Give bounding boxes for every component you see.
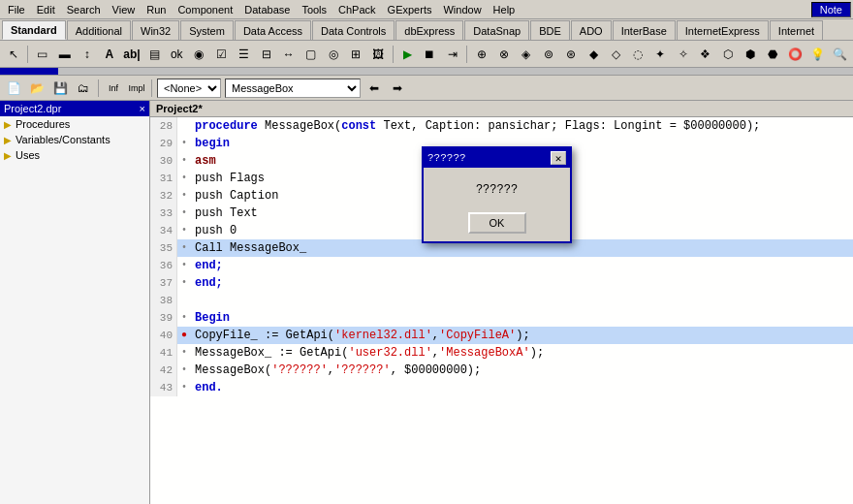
radio-btn[interactable]: ◉	[189, 44, 209, 65]
toolbar-tabs: Standard Additional Win32 System Data Ac…	[0, 19, 853, 41]
menu-help[interactable]: Help	[488, 3, 521, 16]
text-btn[interactable]: A	[99, 44, 119, 65]
menu-window[interactable]: Window	[437, 3, 487, 16]
menu-edit[interactable]: Edit	[31, 3, 61, 16]
close-left-btn[interactable]: ×	[140, 103, 145, 114]
tab-ado[interactable]: ADO	[571, 20, 612, 40]
code-header: Project2*	[150, 101, 853, 117]
tree-variables[interactable]: ▶ Variables/Constants	[0, 132, 149, 147]
dialog-close-btn[interactable]: ✕	[551, 151, 566, 165]
list-btn[interactable]: ☰	[234, 44, 254, 65]
scrollbar-btn[interactable]: ↔	[278, 44, 299, 65]
left-panel: Project2.dpr × ▶ Procedures ▶ Variables/…	[0, 101, 150, 504]
save-btn[interactable]: 💾	[49, 78, 71, 99]
project-title: Project2.dpr	[4, 103, 61, 114]
extra16-btn[interactable]: 💡	[807, 44, 828, 65]
extra11-btn[interactable]: ❖	[695, 44, 715, 65]
cursor-btn[interactable]: ↕	[77, 44, 97, 65]
menu-tools[interactable]: Tools	[296, 3, 332, 16]
extra4-btn[interactable]: ⊚	[538, 44, 558, 65]
stop-btn[interactable]: ⏹	[420, 44, 440, 65]
menubar: File Edit Search View Run Component Data…	[0, 0, 853, 19]
tab-data-access[interactable]: Data Access	[235, 20, 311, 40]
combo-btn[interactable]: ⊟	[256, 44, 276, 65]
folder-icon: ▶	[4, 119, 12, 130]
new-btn[interactable]: 📄	[3, 78, 24, 99]
main-area: Project2.dpr × ▶ Procedures ▶ Variables/…	[0, 101, 853, 504]
extra14-btn[interactable]: ⬣	[762, 44, 782, 65]
extra17-btn[interactable]: 🔍	[830, 44, 850, 65]
secondary-toolbar: 📄 📂 💾 🗂 Inf Impl <None> MessageBox ⬅ ➡	[0, 76, 853, 101]
tree-procedures[interactable]: ▶ Procedures	[0, 116, 149, 132]
tree-label-variables: Variables/Constants	[16, 134, 111, 145]
menu-search[interactable]: Search	[61, 3, 107, 16]
btn-btn[interactable]: ok	[167, 44, 187, 65]
tab-system[interactable]: System	[180, 20, 234, 40]
table-row: 41 • MessageBox_ := GetApi('user32.dll',…	[150, 344, 853, 362]
code-content[interactable]: 28 procedure MessageBox(const Text, Capt…	[150, 117, 853, 504]
extra7-btn[interactable]: ◇	[606, 44, 626, 65]
save-all-btn[interactable]: 🗂	[73, 78, 94, 99]
code-filename: Project2*	[156, 103, 203, 114]
tab-data-controls[interactable]: Data Controls	[312, 20, 395, 40]
tab-datasnap[interactable]: DataSnap	[464, 20, 529, 40]
form-btn[interactable]: ▭	[32, 44, 52, 65]
extra15-btn[interactable]: ⭕	[785, 44, 806, 65]
tab-additional[interactable]: Additional	[67, 20, 131, 40]
arrow-tool-btn[interactable]: ↖	[3, 44, 23, 65]
table-row: 36 • end;	[150, 257, 853, 274]
progress-fill	[0, 68, 58, 75]
open-btn[interactable]: 📂	[26, 78, 47, 99]
table-row: 43 • end.	[150, 379, 853, 396]
step-btn[interactable]: ⇥	[442, 44, 462, 65]
dialog-title: ??????	[427, 152, 466, 164]
radio-grp-btn[interactable]: ◎	[323, 44, 343, 65]
impl-btn[interactable]: Impl	[126, 78, 147, 99]
left-panel-header: Project2.dpr ×	[0, 101, 149, 116]
align-right-btn[interactable]: ➡	[387, 78, 408, 99]
tab-win32[interactable]: Win32	[132, 20, 179, 40]
check-btn[interactable]: ☑	[211, 44, 232, 65]
table-row: 38	[150, 292, 853, 309]
dialog-ok-btn[interactable]: OK	[468, 212, 526, 234]
tab-dbexpress[interactable]: dbExpress	[395, 20, 463, 40]
groupbox-btn[interactable]: ▢	[300, 44, 321, 65]
messagebox-dropdown[interactable]: MessageBox	[225, 79, 361, 98]
message-dialog: ?????? ✕ ?????? OK	[422, 146, 572, 243]
menu-component[interactable]: Component	[172, 3, 238, 16]
extra9-btn[interactable]: ✦	[650, 44, 671, 65]
tree-uses[interactable]: ▶ Uses	[0, 147, 149, 163]
menu-view[interactable]: View	[107, 3, 142, 16]
extra5-btn[interactable]: ⊛	[560, 44, 581, 65]
table-row: 39 • Begin	[150, 309, 853, 327]
inf-btn[interactable]: Inf	[103, 78, 124, 99]
image-btn[interactable]: 🖼	[368, 44, 389, 65]
menu-chpack[interactable]: ChPack	[332, 3, 382, 16]
extra2-btn[interactable]: ⊗	[493, 44, 514, 65]
menu-gexperts[interactable]: GExperts	[382, 3, 438, 16]
form2-btn[interactable]: ▬	[54, 44, 75, 65]
none-dropdown[interactable]: <None>	[157, 79, 221, 98]
extra6-btn[interactable]: ◆	[584, 44, 604, 65]
tab-standard[interactable]: Standard	[2, 20, 66, 40]
align-left-btn[interactable]: ⬅	[363, 78, 385, 99]
menu-database[interactable]: Database	[238, 3, 296, 16]
run-btn[interactable]: ▶	[397, 44, 418, 65]
tab-internetexpress[interactable]: InternetExpress	[677, 20, 769, 40]
tab-interbase[interactable]: InterBase	[613, 20, 676, 40]
panel-btn[interactable]: ⊞	[346, 44, 366, 65]
extra3-btn[interactable]: ◈	[516, 44, 536, 65]
tab-bde[interactable]: BDE	[530, 20, 570, 40]
extra13-btn[interactable]: ⬢	[740, 44, 760, 65]
extra12-btn[interactable]: ⬡	[717, 44, 738, 65]
menu-file[interactable]: File	[2, 3, 31, 16]
tab-internet[interactable]: Internet	[770, 20, 823, 40]
edit-btn[interactable]: ab|	[122, 44, 142, 65]
extra8-btn[interactable]: ◌	[628, 44, 648, 65]
dialog-body: ?????? OK	[424, 168, 570, 241]
memo-btn[interactable]: ▤	[144, 44, 165, 65]
menu-run[interactable]: Run	[141, 3, 172, 16]
search-box[interactable]: Note	[811, 2, 851, 17]
extra10-btn[interactable]: ✧	[673, 44, 693, 65]
extra1-btn[interactable]: ⊕	[471, 44, 491, 65]
